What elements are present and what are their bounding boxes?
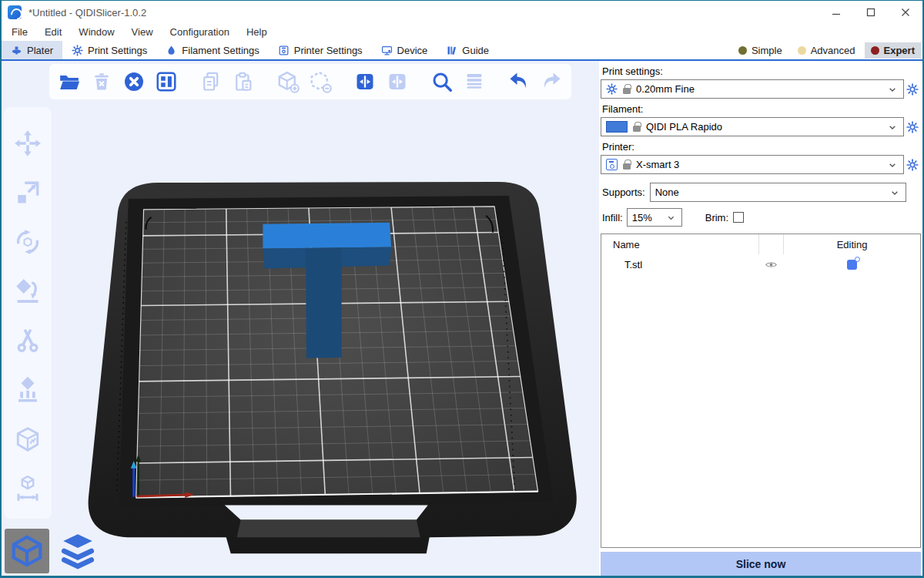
lock-icon: [623, 88, 631, 94]
delete-all-button[interactable]: [122, 69, 146, 95]
filament-label: Filament:: [602, 103, 921, 115]
rotate-button[interactable]: [13, 227, 42, 257]
eye-icon: [765, 258, 778, 271]
menu-window[interactable]: Window: [70, 24, 122, 41]
brim-checkbox[interactable]: [733, 212, 744, 223]
tab-plater[interactable]: Plater: [2, 41, 62, 59]
3d-editor-view-button[interactable]: [5, 529, 49, 573]
infill-combo[interactable]: 15%: [627, 208, 682, 227]
mode-simple[interactable]: Simple: [732, 42, 788, 59]
scale-button[interactable]: [13, 178, 42, 207]
arrange-button[interactable]: [154, 69, 179, 95]
visibility-toggle[interactable]: [758, 254, 783, 274]
paste-button[interactable]: [231, 69, 256, 95]
split-to-parts-icon: [387, 71, 408, 92]
gear-icon: [606, 83, 618, 95]
cut-button[interactable]: [13, 326, 42, 355]
paint-supports-button[interactable]: [13, 375, 42, 405]
minimize-button[interactable]: [819, 1, 853, 24]
undo-button[interactable]: [507, 69, 531, 95]
menu-configuration[interactable]: Configuration: [162, 24, 238, 41]
preview-layers-button[interactable]: [55, 529, 100, 573]
slice-now-button[interactable]: Slice now: [601, 552, 921, 576]
mode-label: Expert: [884, 45, 915, 56]
redo-icon: [540, 70, 563, 93]
view-toggle: [5, 529, 100, 573]
bed-handle-cutout: [225, 506, 428, 520]
mode-advanced[interactable]: Advanced: [792, 42, 862, 59]
scale-icon: [14, 179, 42, 207]
mode-expert[interactable]: Expert: [865, 42, 921, 59]
redo-button[interactable]: [539, 69, 564, 95]
add-instance-button[interactable]: [276, 69, 300, 95]
print-settings-combo[interactable]: 0.20mm Fine: [601, 79, 904, 99]
filament-gear-button[interactable]: [904, 121, 921, 133]
main-area: Print settings: 0.20mm Fine Filament: QI…: [2, 61, 922, 576]
menu-edit[interactable]: Edit: [36, 24, 70, 41]
printer-gear-button[interactable]: [904, 159, 921, 171]
plater-icon: [11, 45, 22, 56]
object-list-header: Name Editing: [601, 234, 920, 254]
infill-value: 15%: [632, 212, 652, 223]
object-row-tstl[interactable]: T.stl: [601, 254, 920, 274]
move-button[interactable]: [13, 129, 42, 158]
place-on-face-button[interactable]: [13, 277, 42, 306]
filament-value: QIDI PLA Rapido: [646, 121, 722, 133]
move-icon: [14, 129, 42, 157]
app-window: *Untitled - QIDISlicer-1.0.2 File Edit W…: [0, 0, 924, 578]
editing-cell[interactable]: [783, 254, 920, 274]
measure-button[interactable]: [13, 474, 42, 503]
paste-icon: [233, 71, 254, 92]
variable-layer-height-button[interactable]: [462, 69, 487, 95]
simple-mode-dot-icon: [738, 46, 747, 55]
add-instance-icon: [276, 70, 300, 93]
filament-color-swatch: [606, 121, 628, 133]
seam-button[interactable]: [13, 425, 42, 454]
delete-all-icon: [122, 70, 146, 93]
filament-combo[interactable]: QIDI PLA Rapido: [601, 117, 904, 136]
split-to-objects-icon: [354, 71, 376, 92]
menu-file[interactable]: File: [3, 24, 36, 41]
tab-filament-settings[interactable]: Filament Settings: [156, 41, 268, 59]
menu-help[interactable]: Help: [238, 24, 276, 41]
supports-value: None: [655, 187, 679, 198]
delete-button[interactable]: [89, 69, 114, 95]
split-to-objects-button[interactable]: [353, 69, 377, 95]
advanced-mode-dot-icon: [798, 46, 806, 55]
tab-printer-settings[interactable]: Printer Settings: [269, 41, 372, 59]
app-logo-icon: [8, 5, 22, 19]
tab-guide[interactable]: Guide: [437, 41, 498, 59]
gear-icon: [906, 83, 919, 96]
chevron-down-icon: [886, 159, 899, 171]
device-icon: [381, 45, 393, 56]
title-bar: *Untitled - QIDISlicer-1.0.2: [2, 1, 922, 24]
open-folder-icon: [58, 70, 81, 93]
remove-instance-button[interactable]: [308, 69, 333, 95]
variable-layer-height-icon: [464, 71, 485, 92]
paint-supports-icon: [14, 376, 42, 404]
print-settings-value: 0.20mm Fine: [636, 83, 695, 95]
close-icon: [901, 8, 910, 17]
printer-combo[interactable]: X-smart 3: [601, 155, 904, 174]
maximize-button[interactable]: [853, 1, 888, 24]
undo-icon: [507, 70, 531, 93]
3d-viewport[interactable]: [2, 61, 599, 576]
open-folder-button[interactable]: [57, 69, 82, 95]
menu-bar: File Edit Window View Configuration Help: [2, 24, 922, 41]
split-to-parts-button[interactable]: [385, 69, 410, 95]
printer-value: X-smart 3: [636, 159, 679, 170]
infill-label: Infill:: [602, 212, 623, 223]
chevron-down-icon: [665, 212, 677, 223]
filament-icon: [166, 45, 177, 56]
menu-view[interactable]: View: [123, 24, 162, 41]
copy-button[interactable]: [199, 69, 223, 95]
printer-icon: [606, 159, 618, 170]
chevron-down-icon: [889, 187, 901, 199]
print-settings-gear-button[interactable]: [904, 83, 921, 96]
search-icon: [430, 70, 454, 93]
supports-combo[interactable]: None: [650, 183, 906, 202]
tab-device[interactable]: Device: [372, 41, 437, 59]
search-button[interactable]: [430, 69, 454, 95]
close-button[interactable]: [888, 1, 922, 24]
tab-print-settings[interactable]: Print Settings: [62, 41, 156, 59]
